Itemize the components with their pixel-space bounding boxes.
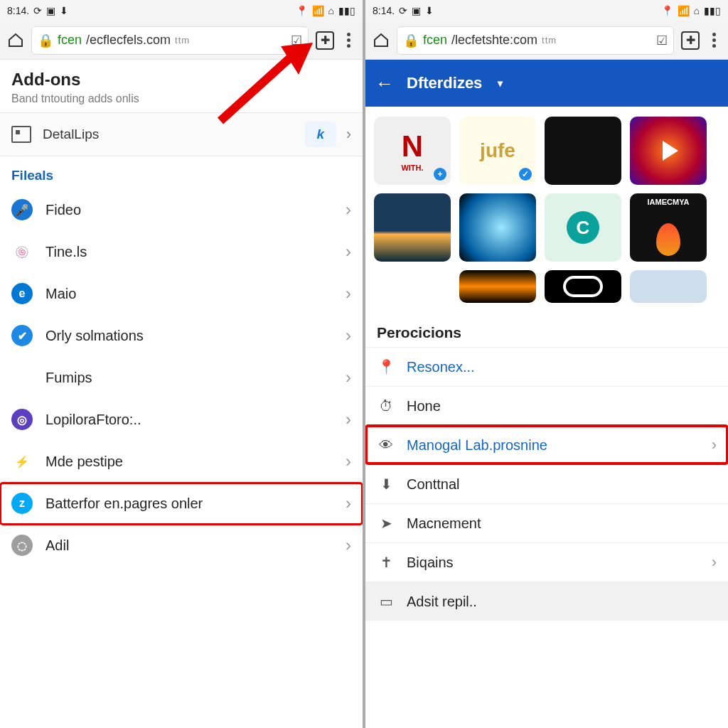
settings-item[interactable]: ➤Macnement [365, 503, 728, 542]
group-title: Fileals [0, 156, 363, 189]
signal-icon: ▮▮▯ [704, 5, 721, 16]
chevron-right-icon: › [346, 535, 351, 555]
addons-list: 🎤Fideo›🍥Tine.ls›eMaio›✔Orly solmations›◐… [0, 189, 363, 567]
category-title: Dfterdizes [407, 74, 482, 92]
chevron-right-icon: › [712, 553, 717, 572]
item-label: Mde pestipe [46, 454, 346, 470]
item-label: Batterfor en.pagres onler [46, 496, 346, 512]
extension-badge-icon: k [305, 122, 336, 147]
add-badge-icon: + [434, 168, 446, 181]
status-icon: ▣ [46, 5, 55, 16]
item-label: Maio [46, 286, 346, 302]
setting-icon: 📍 [377, 358, 395, 376]
app-icon: ◌ [11, 535, 33, 556]
thumb[interactable] [630, 270, 707, 303]
new-tab-button[interactable]: ✚ [316, 31, 334, 50]
url-suffix: ttm [542, 35, 557, 46]
bookmark-icon[interactable]: ☑ [656, 33, 668, 48]
list-item[interactable]: eMaio› [0, 273, 363, 315]
category-bar: ← Dfterdizes ▾ [365, 60, 728, 107]
home-button[interactable] [7, 32, 24, 49]
thumb[interactable]: jufe✓ [459, 117, 536, 185]
status-time: 8:14. [373, 5, 395, 16]
chevron-right-icon: › [346, 493, 351, 513]
setting-label: Manogal Lab.prosnine [407, 437, 547, 454]
settings-item[interactable]: 👁Manogal Lab.prosnine› [365, 425, 728, 464]
new-tab-button[interactable]: ✚ [681, 31, 700, 50]
settings-item[interactable]: ▭Adsit repil.. [365, 582, 728, 621]
chevron-right-icon: › [346, 368, 351, 387]
details-row[interactable]: DetalLips k › [0, 113, 363, 156]
app-icon: e [11, 283, 33, 304]
list-item[interactable]: 🎤Fideo› [0, 189, 363, 231]
thumb[interactable] [545, 117, 621, 185]
wifi-icon: 📶 [678, 5, 690, 16]
signal-icon: ▮▮▯ [338, 5, 355, 16]
thumb[interactable] [374, 193, 451, 262]
status-bar: 8:14. ⟳ ▣ ⬇ 📍 📶 ⌂ ▮▮▯ [365, 0, 728, 21]
wifi-icon: 📶 [312, 5, 324, 16]
status-icon: ⟳ [399, 5, 407, 16]
chevron-right-icon: › [346, 410, 351, 429]
url-suffix: ttm [175, 35, 190, 46]
item-label: Adil [46, 537, 346, 554]
thumb[interactable] [459, 193, 536, 262]
item-label: Fideo [46, 202, 346, 218]
verified-badge-icon: ✓ [519, 168, 532, 181]
app-icon: ✔ [11, 325, 33, 346]
back-button[interactable]: ← [375, 73, 394, 95]
list-item[interactable]: ◎LopiloraFtoro:..› [0, 399, 363, 441]
settings-item[interactable]: ⏱Hone [365, 386, 728, 425]
thumb[interactable] [545, 270, 621, 303]
bookmark-icon[interactable]: ☑ [291, 33, 302, 48]
thumb[interactable]: NWITH.+ [374, 117, 451, 185]
status-icon: ⬇ [425, 5, 434, 16]
list-item[interactable]: 🍥Tine.ls› [0, 231, 363, 273]
app-icon: ◎ [11, 409, 33, 430]
list-item[interactable]: ⚡Mde pestipe› [0, 441, 363, 483]
chevron-right-icon: › [712, 436, 717, 454]
location-icon: 📍 [661, 5, 673, 16]
app-icon: z [11, 493, 33, 514]
thumbnail-grid: NWITH.+ jufe✓ C IAMECMYA [365, 107, 728, 316]
setting-icon: ✝ [377, 553, 395, 572]
overflow-menu-button[interactable] [341, 33, 355, 48]
settings-item[interactable]: ✝Biqains› [365, 542, 728, 582]
list-item[interactable]: zBatterfor en.pagres onler› [0, 483, 363, 525]
url-bar[interactable]: 🔒 fcen /lecfetshte:com ttm ☑ [397, 26, 674, 55]
thumb[interactable] [374, 270, 451, 303]
setting-label: Conttnal [407, 476, 460, 493]
setting-label: Biqains [407, 555, 454, 571]
status-bar: 8:14. ⟳ ▣ ⬇ 📍 📶 ⌂ ▮▮▯ [0, 0, 363, 21]
addons-header: Add-ons [0, 60, 363, 92]
overflow-menu-button[interactable] [707, 33, 721, 48]
item-label: Orly solmations [46, 328, 346, 344]
setting-icon: 👁 [377, 436, 395, 454]
chevron-down-icon[interactable]: ▾ [498, 77, 503, 89]
settings-item[interactable]: ⬇Conttnal [365, 464, 728, 503]
app-icon: ◐ [11, 367, 33, 388]
addons-subtitle: Band tntouting adds onlis [0, 92, 363, 113]
url-bar[interactable]: 🔒 fcen /ecflecfels.com ttm ☑ [31, 26, 309, 55]
thumb[interactable] [459, 270, 536, 303]
status-icon: ⬇ [60, 5, 68, 16]
details-icon [11, 126, 31, 143]
list-item[interactable]: ◐Fumips› [0, 357, 363, 399]
chevron-right-icon: › [346, 125, 351, 144]
section-title: Perocicions [365, 316, 728, 347]
list-item[interactable]: ✔Orly solmations› [0, 315, 363, 357]
url-domain: fcen [423, 33, 447, 48]
settings-item[interactable]: 📍Resonex... [365, 347, 728, 386]
location-icon: 📍 [296, 5, 308, 16]
phone-right: 8:14. ⟳ ▣ ⬇ 📍 📶 ⌂ ▮▮▯ 🔒 fcen /lecfetshte… [365, 0, 728, 728]
app-icon: 🎤 [11, 199, 33, 220]
item-label: LopiloraFtoro:.. [46, 412, 346, 428]
home-button[interactable] [373, 32, 390, 49]
home-icon: ⌂ [328, 5, 334, 16]
thumb[interactable] [630, 117, 707, 185]
thumb[interactable]: IAMECMYA [630, 193, 707, 262]
list-item[interactable]: ◌Adil› [0, 525, 363, 567]
browser-chrome: 🔒 fcen /ecflecfels.com ttm ☑ ✚ [0, 21, 363, 60]
thumb[interactable]: C [545, 193, 621, 262]
url-domain: fcen [58, 33, 82, 48]
